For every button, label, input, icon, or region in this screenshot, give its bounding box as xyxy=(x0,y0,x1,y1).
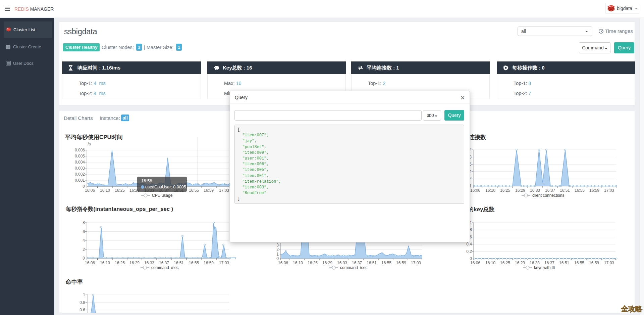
svg-text:16:25: 16:25 xyxy=(500,261,510,265)
svg-text:0.4: 0.4 xyxy=(466,242,472,246)
svg-text:16:06: 16:06 xyxy=(278,261,288,265)
svg-text:16:25: 16:25 xyxy=(115,261,125,265)
svg-text:0.006: 0.006 xyxy=(75,148,85,152)
svg-text:16:25: 16:25 xyxy=(308,261,318,265)
svg-text:0.004: 0.004 xyxy=(75,160,85,165)
svg-text:4: 4 xyxy=(83,238,85,243)
svg-text:16:10: 16:10 xyxy=(100,188,110,193)
svg-text:16:55: 16:55 xyxy=(574,261,584,265)
svg-text:16:29: 16:29 xyxy=(515,261,525,265)
svg-text:0: 0 xyxy=(83,256,85,261)
svg-text:16:37: 16:37 xyxy=(545,188,555,193)
svg-text:16:51: 16:51 xyxy=(174,261,184,265)
svg-text:0: 0 xyxy=(276,256,279,261)
svg-text:16:10: 16:10 xyxy=(293,261,303,265)
svg-text:16:06: 16:06 xyxy=(470,261,480,265)
svg-text:16:06: 16:06 xyxy=(85,188,95,193)
svg-text:16:51: 16:51 xyxy=(559,261,569,265)
svg-text:16:10: 16:10 xyxy=(100,261,110,265)
svg-text:keys with ttl: keys with ttl xyxy=(534,265,555,270)
svg-text:0.001: 0.001 xyxy=(75,178,85,183)
svg-text:16:59: 16:59 xyxy=(204,261,214,265)
svg-text:0.002: 0.002 xyxy=(75,172,85,177)
svg-text:16:10: 16:10 xyxy=(485,261,495,265)
svg-text:16:37: 16:37 xyxy=(159,261,169,265)
svg-text:16:59: 16:59 xyxy=(396,261,406,265)
svg-text:16:33: 16:33 xyxy=(144,261,154,265)
svg-text:command /sec: command /sec xyxy=(151,265,178,270)
svg-text:16:51: 16:51 xyxy=(367,261,377,265)
svg-text:16:51: 16:51 xyxy=(560,188,570,193)
svg-text:0.6: 0.6 xyxy=(79,308,85,312)
svg-text:/s: /s xyxy=(88,142,91,146)
svg-text:0.005: 0.005 xyxy=(75,154,85,159)
svg-text:16:06: 16:06 xyxy=(85,261,95,265)
svg-text:17:03: 17:03 xyxy=(604,188,614,193)
svg-text:1: 1 xyxy=(470,220,472,225)
svg-text:16:59: 16:59 xyxy=(589,261,599,265)
svg-text:17:03: 17:03 xyxy=(411,261,421,265)
svg-text:1: 1 xyxy=(276,252,279,257)
svg-text:1: 1 xyxy=(83,292,85,297)
svg-text:16:29: 16:29 xyxy=(322,261,332,265)
svg-text:16:55: 16:55 xyxy=(575,188,585,193)
svg-text:17:03: 17:03 xyxy=(219,261,229,265)
svg-text:0: 0 xyxy=(470,256,472,261)
svg-text:16:33: 16:33 xyxy=(337,261,347,265)
svg-text:0.2: 0.2 xyxy=(466,249,472,254)
svg-text:16:37: 16:37 xyxy=(544,261,554,265)
svg-text:8: 8 xyxy=(83,220,85,225)
svg-text:16:10: 16:10 xyxy=(485,188,495,193)
svg-text:16:55: 16:55 xyxy=(189,261,199,265)
svg-text:client connections: client connections xyxy=(532,193,564,198)
svg-text:16:37: 16:37 xyxy=(352,261,362,265)
svg-text:16:25: 16:25 xyxy=(500,188,510,193)
svg-text:2: 2 xyxy=(276,247,279,252)
svg-text:16:25: 16:25 xyxy=(115,188,125,193)
svg-text:3: 3 xyxy=(276,243,279,248)
svg-text:16:33: 16:33 xyxy=(530,261,540,265)
svg-text:16:33: 16:33 xyxy=(530,188,540,193)
svg-text:6: 6 xyxy=(83,229,85,234)
svg-text:command /sec: command /sec xyxy=(340,265,367,270)
svg-text:CPU usage: CPU usage xyxy=(152,193,173,198)
svg-text:16:59: 16:59 xyxy=(589,188,599,193)
svg-text:16:29: 16:29 xyxy=(515,188,525,193)
svg-text:16:06: 16:06 xyxy=(470,188,480,193)
svg-text:16:55: 16:55 xyxy=(381,261,391,265)
svg-text:17:03: 17:03 xyxy=(219,188,229,193)
svg-text:16:29: 16:29 xyxy=(129,261,140,265)
svg-text:0.8: 0.8 xyxy=(79,300,85,305)
svg-text:0.003: 0.003 xyxy=(75,166,85,171)
svg-text:17:03: 17:03 xyxy=(604,261,614,265)
svg-text:2: 2 xyxy=(83,247,85,252)
